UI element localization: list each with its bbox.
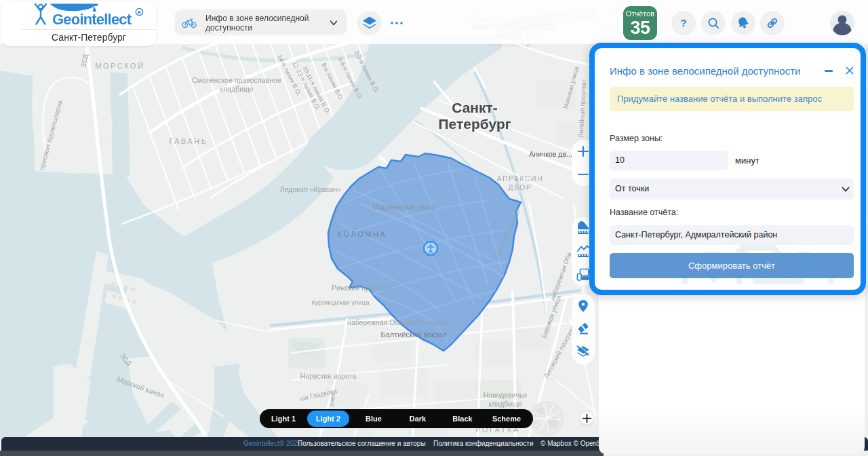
svg-text:Ледокол «Красин»: Ледокол «Красин» [280, 185, 341, 193]
svg-text:Аничков дв...: Аничков дв... [529, 150, 572, 158]
svg-text:Рижский проспект: Рижский проспект [332, 284, 391, 292]
svg-text:Мариинский театр: Мариинский театр [372, 203, 436, 211]
svg-text:МОРСКОЙ: МОРСКОЙ [95, 62, 144, 70]
svg-text:Санкт-: Санкт- [452, 100, 498, 115]
svg-text:Балтийский вокзал: Балтийский вокзал [380, 330, 446, 339]
svg-text:Новодевичье: Новодевичье [484, 391, 528, 399]
svg-text:Нарвские ворота: Нарвские ворота [300, 372, 357, 380]
svg-text:АПРАКСИН: АПРАКСИН [497, 174, 543, 183]
svg-text:набережная Обводного канала: набережная Обводного канала [347, 318, 450, 326]
svg-text:Курляндская улица: Курляндская улица [312, 299, 370, 306]
svg-text:КОЛОМНА: КОЛОМНА [338, 230, 387, 238]
svg-text:кладбище: кладбище [488, 400, 521, 408]
svg-text:Петербург: Петербург [439, 116, 511, 132]
svg-text:ДВОР: ДВОР [509, 183, 532, 191]
svg-text:ГАВАНЬ: ГАВАНЬ [169, 137, 208, 145]
svg-text:ачек: ачек [328, 393, 336, 407]
svg-text:кладбище: кладбище [220, 85, 253, 93]
svg-text:Geointellect: Geointellect [52, 11, 132, 28]
svg-text:Смоленское православное: Смоленское православное [192, 76, 281, 84]
svg-text:R: R [138, 10, 142, 16]
